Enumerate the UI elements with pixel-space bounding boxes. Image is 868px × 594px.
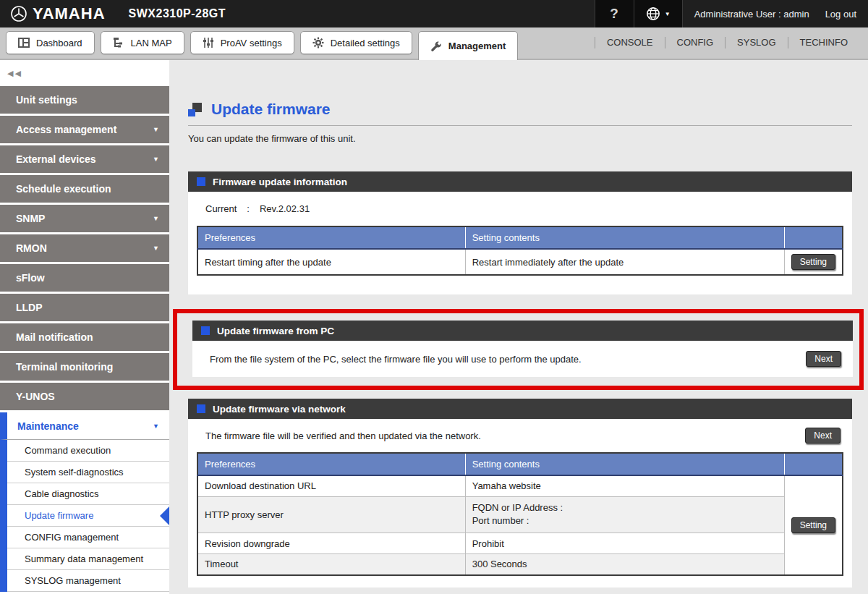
table-row: HTTP proxy server FQDN or IP Address : P… [197, 496, 843, 533]
sidebar-item-label: SNMP [16, 213, 45, 224]
submenu-item-syslog-management[interactable]: SYSLOG management [7, 570, 169, 592]
section-description: The firmware file will be verified and t… [205, 430, 481, 441]
active-item-marker [160, 506, 169, 525]
tab-label: Dashboard [36, 38, 82, 48]
current-firmware-line: Current:Rev.2.02.31 [205, 203, 843, 214]
sidebar-item-label: Maintenance [17, 420, 79, 432]
next-button[interactable]: Next [805, 428, 841, 444]
section-description: From the file system of the PC, select t… [210, 354, 582, 365]
tab-management[interactable]: Management [418, 31, 518, 60]
help-icon: ? [610, 6, 618, 22]
sidebar-item-mail-notification[interactable]: Mail notification [0, 323, 169, 351]
submenu-item-label: SYSLOG management [25, 575, 121, 586]
tab-label: LAN MAP [131, 38, 172, 48]
chevron-down-icon: ▼ [153, 245, 159, 252]
sidebar-item-snmp[interactable]: SNMP ▼ [0, 205, 169, 232]
table-row: Revision downgrade Prohibit [197, 533, 843, 554]
submenu-item-command-execution[interactable]: Command execution [7, 440, 169, 462]
next-button[interactable]: Next [806, 351, 841, 367]
tab-lan-map[interactable]: LAN MAP [101, 31, 184, 54]
link-techinfo[interactable]: TECHINFO [788, 37, 859, 48]
sidebar-item-label: Schedule execution [16, 183, 111, 195]
brand-text: YAMAHA [33, 4, 106, 23]
sidebar-item-label: LLDP [16, 302, 43, 313]
submenu-item-label: CONFIG management [25, 532, 119, 543]
chevron-down-icon: ▼ [153, 423, 159, 430]
value-cell: Yamaha website [465, 475, 784, 496]
chevron-down-icon: ▼ [153, 126, 159, 133]
submenu-item-summary-data-management[interactable]: Summary data management [7, 548, 169, 570]
pref-cell: Revision downgrade [197, 533, 465, 554]
submenu-item-label: Summary data management [25, 553, 143, 564]
section-body: Current:Rev.2.02.31 Preferences Setting … [188, 192, 852, 294]
action-cell: Setting [784, 475, 843, 575]
yamaha-logo: YAMAHA [10, 4, 106, 23]
tab-label: Management [448, 41, 506, 51]
value-cell: Restart immediately after the update [465, 249, 784, 275]
section-marker-icon [201, 326, 210, 335]
page-intro: You can update the firmware of this unit… [188, 133, 852, 144]
pref-cell: HTTP proxy server [197, 496, 465, 533]
sidebar-item-lldp[interactable]: LLDP [0, 294, 169, 321]
sidebar-item-y-unos[interactable]: Y-UNOS [0, 383, 169, 410]
link-config[interactable]: CONFIG [665, 37, 726, 48]
submenu-item-config-management[interactable]: CONFIG management [7, 527, 169, 548]
section-header: Update firmware via network [188, 399, 852, 419]
user-label: Administrative User : admin [694, 9, 809, 20]
language-selector[interactable]: ▼ [634, 0, 683, 27]
network-update-table: Preferences Setting contents Download de… [197, 452, 843, 576]
col-header-preferences: Preferences [197, 453, 465, 475]
submenu-item-system-self-diagnostics[interactable]: System self-diagnostics [7, 462, 169, 483]
tab-dashboard[interactable]: Dashboard [6, 31, 95, 54]
help-button[interactable]: ? [595, 0, 634, 27]
pref-cell: Timeout [197, 554, 465, 575]
section-update-firmware-via-network: Update firmware via network The firmware… [188, 399, 852, 587]
tab-proav-settings[interactable]: ProAV settings [190, 31, 294, 54]
device-model: SWX2310P-28GT [129, 7, 226, 20]
sidebar-item-terminal-monitoring[interactable]: Terminal monitoring [0, 353, 169, 381]
tab-detailed-settings[interactable]: Detailed settings [300, 31, 412, 54]
table-row: Timeout 300 Seconds [197, 554, 843, 575]
dashboard-icon [18, 37, 30, 48]
title-divider [188, 125, 852, 126]
sidebar-item-label: External devices [16, 153, 96, 165]
section-title: Update firmware via network [213, 404, 346, 415]
sidebar-item-sflow[interactable]: sFlow [0, 264, 169, 292]
link-syslog[interactable]: SYSLOG [725, 37, 787, 48]
link-console[interactable]: CONSOLE [595, 37, 665, 48]
submenu-item-label: Update firmware [25, 510, 93, 521]
section-body: The firmware file will be verified and t… [188, 419, 852, 587]
sidebar-item-label: Y-UNOS [16, 391, 55, 402]
table-row: Download destination URL Yamaha website … [197, 475, 843, 496]
chevron-down-icon: ▼ [153, 215, 159, 222]
sidebar-item-label: Terminal monitoring [16, 361, 113, 373]
chevron-down-icon: ▼ [153, 156, 159, 163]
sidebar-item-unit-settings[interactable]: Unit settings [0, 86, 169, 114]
value-cell: Prohibit [465, 533, 784, 554]
section-marker-icon [197, 404, 205, 413]
sidebar-item-access-management[interactable]: Access management ▼ [0, 116, 169, 143]
setting-button[interactable]: Setting [791, 254, 835, 270]
sliders-icon [203, 37, 214, 48]
collapse-sidebar-button[interactable]: ◀◀ [0, 60, 169, 86]
chevron-down-icon: ▼ [665, 11, 671, 17]
submenu-item-cable-diagnostics[interactable]: Cable diagnostics [7, 483, 169, 505]
section-body: From the file system of the PC, select t… [192, 341, 853, 377]
sidebar-item-maintenance[interactable]: Maintenance ▼ [0, 412, 169, 440]
firmware-info-table: Preferences Setting contents Restart tim… [197, 226, 843, 276]
topbar: YAMAHA SWX2310P-28GT ? ▼ Administrative … [0, 0, 868, 27]
logout-link[interactable]: Log out [825, 9, 856, 20]
tab-bar: Dashboard LAN MAP ProAV settings [0, 27, 868, 60]
sidebar-item-external-devices[interactable]: External devices ▼ [0, 145, 169, 173]
section-title: Firmware update information [213, 177, 347, 187]
sidebar-item-rmon[interactable]: RMON ▼ [0, 234, 169, 262]
col-header-action [784, 226, 843, 249]
current-firmware-version: Rev.2.02.31 [260, 203, 310, 214]
sidebar-item-schedule-execution[interactable]: Schedule execution [0, 175, 169, 203]
col-header-preferences: Preferences [197, 226, 465, 249]
value-cell: FQDN or IP Address : Port number : [465, 496, 784, 533]
submenu-item-update-firmware[interactable]: Update firmware [7, 505, 169, 527]
setting-button[interactable]: Setting [791, 517, 835, 533]
section-title: Update firmware from PC [217, 326, 334, 336]
value-cell: 300 Seconds [465, 554, 784, 575]
